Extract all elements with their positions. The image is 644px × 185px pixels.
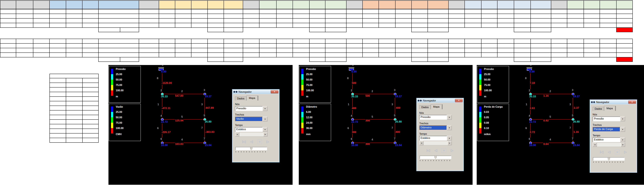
side-table-cell[interactable]	[66, 115, 82, 120]
table1-cell[interactable]	[82, 9, 99, 14]
table2-cell[interactable]	[567, 39, 584, 44]
table1-cell[interactable]	[378, 14, 396, 18]
table1-cell[interactable]	[66, 23, 82, 28]
table1-cell[interactable]	[464, 18, 482, 23]
table1-header-cell[interactable]	[395, 0, 412, 9]
close-button[interactable]: ×	[271, 90, 278, 94]
slider-groove[interactable]	[593, 157, 625, 160]
side-table-cell[interactable]	[50, 106, 66, 110]
dialog-titlebar[interactable]: Navegador ×	[417, 98, 463, 103]
table1-header-cell[interactable]	[497, 0, 514, 9]
table1-cell[interactable]	[82, 14, 99, 18]
slider-thumb[interactable]	[608, 157, 610, 161]
side-table-cell[interactable]	[82, 128, 99, 134]
table1-header-cell[interactable]	[448, 0, 465, 9]
table1-cell[interactable]	[551, 18, 567, 23]
table1-cell[interactable]	[584, 18, 600, 23]
table2-cell[interactable]	[82, 48, 99, 53]
table1-cell[interactable]	[514, 9, 531, 14]
table2-cell[interactable]	[411, 43, 428, 48]
table1-cell[interactable]	[600, 18, 616, 23]
table2-cell[interactable]	[481, 43, 498, 48]
table1-cell[interactable]	[0, 18, 16, 23]
table2-cell[interactable]	[551, 52, 567, 58]
table2-cell[interactable]	[66, 48, 82, 53]
table2-cell[interactable]	[497, 39, 514, 44]
table1-cell[interactable]	[530, 18, 551, 23]
table2-cell[interactable]	[514, 43, 531, 48]
speed-slider[interactable]	[235, 147, 267, 152]
table2-cell[interactable]	[530, 48, 551, 53]
side-table-cell[interactable]	[66, 92, 82, 97]
table2-cell[interactable]	[16, 52, 33, 58]
table1-cell[interactable]	[325, 9, 346, 14]
table1-cell[interactable]	[33, 9, 50, 14]
table1-footer-cell[interactable]	[325, 28, 346, 32]
side-table-cell[interactable]	[50, 96, 66, 101]
slider-groove[interactable]	[235, 147, 267, 150]
time-scrollbar[interactable]: ◀ ▶	[592, 142, 625, 147]
slider-thumb[interactable]	[250, 147, 252, 150]
media-back-button[interactable]: ◁	[608, 150, 610, 154]
table2-cell[interactable]	[616, 39, 633, 44]
table1-header-cell[interactable]	[514, 0, 531, 9]
table1-footer-cell[interactable]	[514, 28, 531, 32]
dialog-titlebar[interactable]: Navegador ×	[233, 90, 279, 94]
table1-cell[interactable]	[346, 9, 363, 14]
side-table-cell[interactable]	[66, 87, 82, 92]
table1-cell[interactable]	[530, 9, 551, 14]
speed-slider[interactable]	[593, 157, 625, 163]
table2-cell[interactable]	[514, 48, 531, 53]
table1-cell[interactable]	[530, 14, 551, 18]
side-table-cell[interactable]	[66, 128, 82, 134]
table2-cell[interactable]	[49, 48, 66, 53]
side-table-cell[interactable]	[82, 133, 99, 138]
table1-header-cell[interactable]	[224, 0, 243, 9]
table1-cell[interactable]	[448, 23, 465, 28]
table2-cell[interactable]	[292, 48, 310, 53]
table1-cell[interactable]	[497, 9, 514, 14]
table1-header-cell[interactable]	[362, 0, 379, 9]
side-table-cell[interactable]	[50, 78, 66, 83]
table1-cell[interactable]	[600, 23, 616, 28]
table1-cell[interactable]	[49, 23, 66, 28]
table2-cell[interactable]	[33, 52, 50, 58]
table2-cell[interactable]	[259, 43, 276, 48]
table1-cell[interactable]	[514, 14, 531, 18]
table1-cell[interactable]	[395, 9, 412, 14]
side-table-cell[interactable]	[66, 124, 82, 129]
table1-cell[interactable]	[362, 14, 379, 18]
table1-cell[interactable]	[139, 14, 159, 18]
table2-cell[interactable]	[224, 39, 243, 44]
table1-cell[interactable]	[276, 14, 293, 18]
table1-footer-cell[interactable]	[120, 28, 139, 32]
nodes-select[interactable]: Pressão ▼	[592, 116, 625, 121]
scroll-left-button[interactable]: ◀	[419, 141, 424, 145]
table2-cell[interactable]	[600, 48, 616, 53]
table1-cell[interactable]	[448, 14, 465, 18]
table2-cell[interactable]	[395, 48, 412, 53]
table1-cell[interactable]	[98, 18, 139, 23]
table1-cell[interactable]	[428, 14, 449, 18]
side-table-header-cell[interactable]	[50, 74, 99, 78]
table2-cell[interactable]	[208, 52, 224, 58]
table2-cell[interactable]	[175, 43, 192, 48]
table1-cell[interactable]	[362, 9, 379, 14]
table1-header-cell[interactable]	[159, 0, 175, 9]
table1-header-cell[interactable]	[292, 0, 310, 9]
table2-cell[interactable]	[395, 43, 412, 48]
table1-cell[interactable]	[0, 14, 16, 18]
table2-cell[interactable]	[175, 48, 192, 53]
table2-cell[interactable]	[98, 52, 139, 58]
table2-cell[interactable]	[428, 48, 449, 53]
side-table-cell[interactable]	[82, 106, 99, 110]
table2-cell[interactable]	[567, 48, 584, 53]
table1-cell[interactable]	[481, 23, 498, 28]
side-table-cell[interactable]	[82, 92, 99, 97]
table1-cell[interactable]	[395, 18, 412, 23]
table2-cell[interactable]	[395, 39, 412, 44]
table1-cell[interactable]	[159, 14, 175, 18]
chevron-down-icon[interactable]: ▼	[620, 127, 625, 132]
media-stop-button[interactable]	[615, 150, 620, 154]
table2-cell[interactable]	[325, 48, 346, 53]
